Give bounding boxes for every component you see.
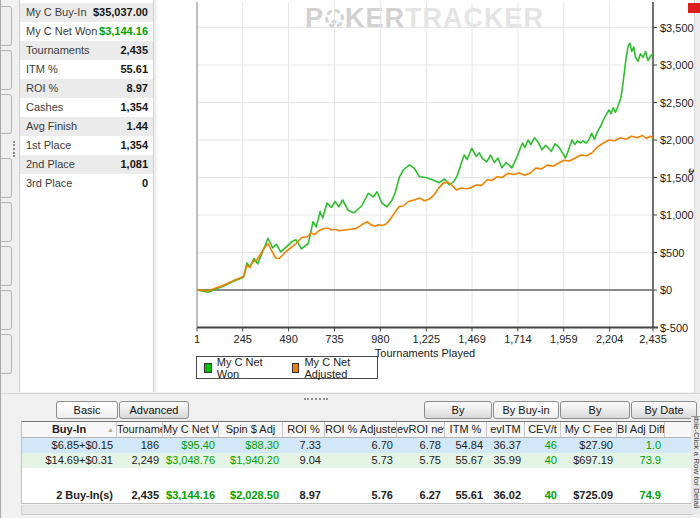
table-cell: $6.85+$0.15 bbox=[22, 438, 117, 453]
stat-label: My C Buy-In bbox=[26, 3, 87, 22]
collapsed-panel-button[interactable] bbox=[0, 94, 12, 134]
stat-row-cashes: Cashes1,354 bbox=[20, 98, 153, 117]
table-cell: 6.27 bbox=[397, 488, 445, 503]
table-cell: 40 bbox=[525, 453, 561, 468]
button-by-description[interactable]: By Description bbox=[424, 401, 492, 419]
table-cell: 36.02 bbox=[487, 488, 525, 503]
left-strip-drag-handle[interactable] bbox=[13, 141, 16, 157]
button-by-buy-in[interactable]: By Buy-in bbox=[493, 401, 559, 419]
svg-text:735: 735 bbox=[325, 333, 343, 345]
table-cell: 5.75 bbox=[397, 453, 445, 468]
panel-drag-handle[interactable] bbox=[304, 398, 328, 401]
table-body: $6.85+$0.15186$95.40$88.307.336.706.7854… bbox=[22, 438, 692, 468]
column-header-spin-adj[interactable]: Spin $ Adj bbox=[219, 422, 283, 437]
column-header-cev-t[interactable]: CEV/t bbox=[525, 422, 561, 437]
table-cell: 35.99 bbox=[487, 453, 525, 468]
table-cell: $88.30 bbox=[219, 438, 283, 453]
column-header-buy-in[interactable]: Buy-In▲ bbox=[22, 422, 117, 437]
svg-text:1,959: 1,959 bbox=[550, 333, 578, 345]
table-cell: 1.0 bbox=[617, 438, 665, 453]
stat-label: Cashes bbox=[26, 98, 63, 117]
red-indicator bbox=[688, 3, 700, 13]
svg-text:1,469: 1,469 bbox=[458, 333, 486, 345]
net-adjusted-swatch-icon bbox=[292, 363, 300, 373]
svg-text:$500: $500 bbox=[660, 247, 684, 259]
stat-label: Tournaments bbox=[26, 41, 90, 60]
table-row-2[interactable]: $14.69+$0.312,249$3,048.76$1,940.209.045… bbox=[22, 453, 692, 468]
column-header-roi-adjusted[interactable]: ROI % Adjusted bbox=[325, 422, 397, 437]
table-cell: $725.09 bbox=[561, 488, 617, 503]
stat-value: 0 bbox=[142, 174, 148, 193]
table-cell: 36.37 bbox=[487, 438, 525, 453]
collapsed-panel-button[interactable] bbox=[0, 334, 12, 374]
column-header-evitm[interactable]: evITM bbox=[487, 422, 525, 437]
stat-row-1st-place: 1st Place1,354 bbox=[20, 136, 153, 155]
stat-label: My C Net Won bbox=[26, 22, 97, 41]
table-cell: 6.78 bbox=[397, 438, 445, 453]
pokertracker-results-window: My C Buy-In$35,037.00My C Net Won$3,144.… bbox=[0, 0, 700, 518]
collapsed-panel-button[interactable] bbox=[0, 6, 12, 46]
tournament-results-chart: P♠KERTRACKER $3,500$3,000$2,500$2,000$1,… bbox=[157, 0, 695, 392]
collapsed-panel-button[interactable] bbox=[0, 50, 12, 90]
table-cell: 55.61 bbox=[445, 488, 487, 503]
column-header-roi-[interactable]: ROI % bbox=[283, 422, 325, 437]
svg-text:$0: $0 bbox=[660, 284, 672, 296]
table-cell: 8.97 bbox=[283, 488, 325, 503]
table-cell: 5.76 bbox=[325, 488, 397, 503]
table-cell: 40 bbox=[525, 488, 561, 503]
svg-text:$3,000: $3,000 bbox=[660, 59, 694, 71]
column-header-itm-[interactable]: ITM % bbox=[445, 422, 487, 437]
svg-text:1: 1 bbox=[194, 333, 200, 345]
stat-label: ITM % bbox=[26, 60, 58, 79]
stat-value: 1,354 bbox=[120, 136, 148, 155]
collapsed-panel-button[interactable] bbox=[0, 202, 12, 242]
table-cell: 46 bbox=[525, 438, 561, 453]
svg-text:$3,500: $3,500 bbox=[660, 22, 694, 34]
legend-label: My C Net Won bbox=[217, 356, 268, 380]
stat-row-itm-: ITM %55.61 bbox=[20, 60, 153, 79]
collapsed-panel-button[interactable] bbox=[0, 158, 12, 198]
stat-row-my-c-net-won: My C Net Won$3,144.16 bbox=[20, 22, 153, 41]
stat-value: 55.61 bbox=[120, 60, 148, 79]
table-footer-strip bbox=[21, 505, 693, 515]
button-by-tournament[interactable]: By Tournament bbox=[560, 401, 630, 419]
table-cell: 6.70 bbox=[325, 438, 397, 453]
table-cell: $14.69+$0.31 bbox=[22, 453, 117, 468]
table-summary-row: 2 Buy-In(s)2,435$3,144.16$2,028.508.975.… bbox=[22, 488, 692, 503]
legend-item-net-adjusted: My C Net Adjusted bbox=[292, 356, 370, 380]
tab-basic[interactable]: Basic bbox=[56, 401, 118, 419]
table-cell: $3,048.76 bbox=[163, 453, 219, 468]
column-header-my-c-net-won[interactable]: My C Net Won bbox=[163, 422, 219, 437]
table-cell: 2,435 bbox=[117, 488, 163, 503]
svg-text:980: 980 bbox=[371, 333, 389, 345]
table-cell: 73.9 bbox=[617, 453, 665, 468]
table-cell: $697.19 bbox=[561, 453, 617, 468]
table-cell: 7.33 bbox=[283, 438, 325, 453]
column-header-tournaments[interactable]: Tournaments bbox=[117, 422, 163, 437]
collapsed-panel-button[interactable] bbox=[0, 246, 12, 286]
chart-legend: My C Net Won My C Net Adjusted bbox=[196, 356, 378, 379]
side-note-strip[interactable]: Double-Click a Row for Detail bbox=[691, 416, 700, 514]
tab-advanced[interactable]: Advanced bbox=[119, 401, 189, 419]
table-cell: 186 bbox=[117, 438, 163, 453]
column-header-evroi-new[interactable]: evROI new bbox=[397, 422, 445, 437]
svg-text:490: 490 bbox=[279, 333, 297, 345]
stats-sidebar: My C Buy-In$35,037.00My C Net Won$3,144.… bbox=[19, 0, 154, 392]
svg-text:$2,500: $2,500 bbox=[660, 97, 694, 109]
svg-text:$1,000: $1,000 bbox=[660, 209, 694, 221]
stat-row-2nd-place: 2nd Place1,081 bbox=[20, 155, 153, 174]
table-cell: 5.73 bbox=[325, 453, 397, 468]
stat-value: $35,037.00 bbox=[93, 3, 148, 22]
column-header-bi-adj-diff[interactable]: BI Adj Diff bbox=[617, 422, 665, 437]
stat-value: $3,144.16 bbox=[99, 22, 148, 41]
table-cell: 74.9 bbox=[617, 488, 665, 503]
net-won-swatch-icon bbox=[204, 363, 212, 373]
table-cell: 2 Buy-In(s) bbox=[22, 488, 117, 503]
column-header-my-c-fee[interactable]: My C Fee bbox=[561, 422, 617, 437]
table-row-1[interactable]: $6.85+$0.15186$95.40$88.307.336.706.7854… bbox=[22, 438, 692, 453]
stat-label: 3rd Place bbox=[26, 174, 72, 193]
column-header-filler bbox=[665, 422, 692, 437]
collapsed-panel-button[interactable] bbox=[0, 290, 12, 330]
stat-row-avg-finish: Avg Finish1.44 bbox=[20, 117, 153, 136]
button-by-date[interactable]: By Date bbox=[631, 401, 697, 419]
